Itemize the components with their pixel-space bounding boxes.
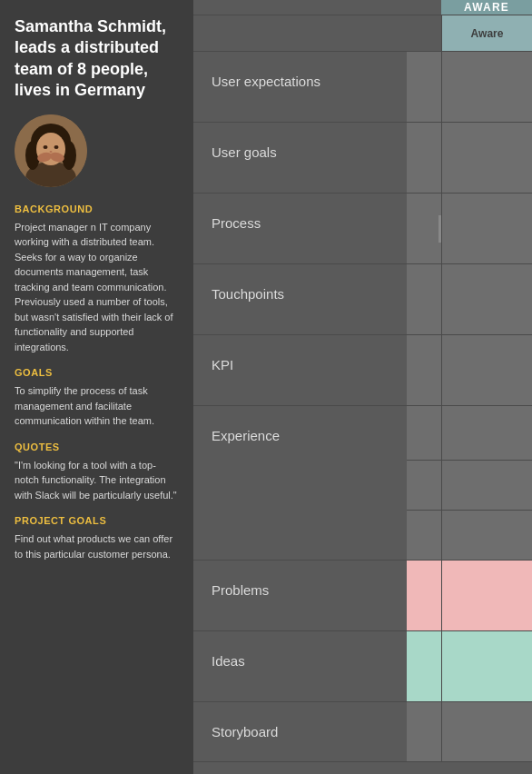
- stage-storyboard: [441, 702, 532, 761]
- stage-experience-sub-3: [442, 511, 532, 560]
- content-user-goals[interactable]: [407, 123, 441, 193]
- label-touchpoints: Touchpoints: [193, 264, 407, 334]
- label-problems: Problems: [193, 561, 407, 630]
- aware-middle-empty: [407, 15, 441, 51]
- stage-kpi: [441, 335, 532, 405]
- stage-process: [441, 194, 532, 263]
- row-touchpoints: Touchpoints: [193, 264, 532, 335]
- stage-user-expectations: [441, 52, 532, 122]
- row-storyboard: Storyboard: [193, 702, 532, 762]
- project-goals-label: PROJECT GOALS: [15, 515, 179, 526]
- quotes-text: "I'm looking for a tool with a top-notch…: [15, 458, 179, 503]
- stage-header-cell: AWARE: [441, 0, 532, 15]
- label-process: Process: [193, 194, 407, 263]
- stage-user-goals: [441, 123, 532, 193]
- aware-row: Aware: [193, 15, 532, 52]
- aware-label-empty: [193, 15, 407, 51]
- experience-sub-2[interactable]: [407, 461, 441, 511]
- stage-header-row: AWARE: [193, 0, 532, 15]
- main-content: AWARE Aware User expectations User goals: [193, 0, 532, 774]
- avatar-image: [15, 114, 87, 187]
- svg-point-6: [44, 145, 48, 149]
- stage-header-text: AWARE: [464, 1, 509, 14]
- quotes-label: QUOTES: [15, 442, 179, 452]
- avatar: [15, 114, 87, 187]
- row-ideas: Ideas: [193, 631, 532, 702]
- stage-experience-sub-1: [442, 406, 532, 461]
- aware-text: Aware: [471, 27, 504, 40]
- svg-point-7: [54, 145, 59, 149]
- persona-name: Samantha Schmidt, leads a distributed te…: [15, 16, 179, 102]
- content-touchpoints[interactable]: [407, 264, 441, 334]
- stage-label-empty: [193, 0, 407, 15]
- label-ideas: Ideas: [193, 631, 407, 701]
- row-user-goals: User goals: [193, 123, 532, 194]
- row-user-expectations: User expectations: [193, 52, 532, 123]
- row-kpi: KPI: [193, 335, 532, 406]
- svg-point-8: [50, 151, 53, 153]
- content-problems[interactable]: [407, 561, 441, 630]
- stage-ideas: [441, 631, 532, 701]
- background-text: Project manager n IT company working wit…: [15, 220, 179, 355]
- aware-cell: Aware: [441, 15, 532, 51]
- content-ideas[interactable]: [407, 631, 441, 701]
- label-experience: Experience: [193, 406, 407, 560]
- project-goals-text: Find out what products we can offer to t…: [15, 531, 179, 561]
- stage-problems: [441, 561, 532, 630]
- experience-sub-1[interactable]: [407, 406, 441, 461]
- goals-label: GOALS: [15, 367, 179, 378]
- label-storyboard: Storyboard: [193, 702, 407, 761]
- experience-sub-3[interactable]: [407, 511, 441, 560]
- center-right: AWARE Aware User expectations User goals: [193, 0, 532, 774]
- row-experience: Experience: [193, 406, 532, 561]
- content-experience[interactable]: [407, 406, 441, 560]
- label-user-goals: User goals: [193, 123, 407, 193]
- content-storyboard[interactable]: [407, 702, 441, 761]
- label-kpi: KPI: [193, 335, 407, 405]
- stage-middle-empty: [407, 0, 441, 15]
- content-process[interactable]: [407, 194, 441, 263]
- goals-text: To simplify the process of task manageme…: [15, 383, 179, 429]
- process-indicator: [438, 215, 441, 243]
- stage-experience-sub-2: [442, 461, 532, 511]
- label-user-expectations: User expectations: [193, 52, 407, 122]
- content-user-expectations[interactable]: [407, 52, 441, 122]
- avatar-container: [15, 114, 179, 187]
- row-problems: Problems: [193, 561, 532, 631]
- row-process: Process: [193, 194, 532, 264]
- stage-touchpoints: [441, 264, 532, 334]
- content-kpi[interactable]: [407, 335, 441, 405]
- stage-experience: [441, 406, 532, 560]
- left-panel: Samantha Schmidt, leads a distributed te…: [0, 0, 193, 774]
- background-label: BACKGROUND: [15, 203, 179, 214]
